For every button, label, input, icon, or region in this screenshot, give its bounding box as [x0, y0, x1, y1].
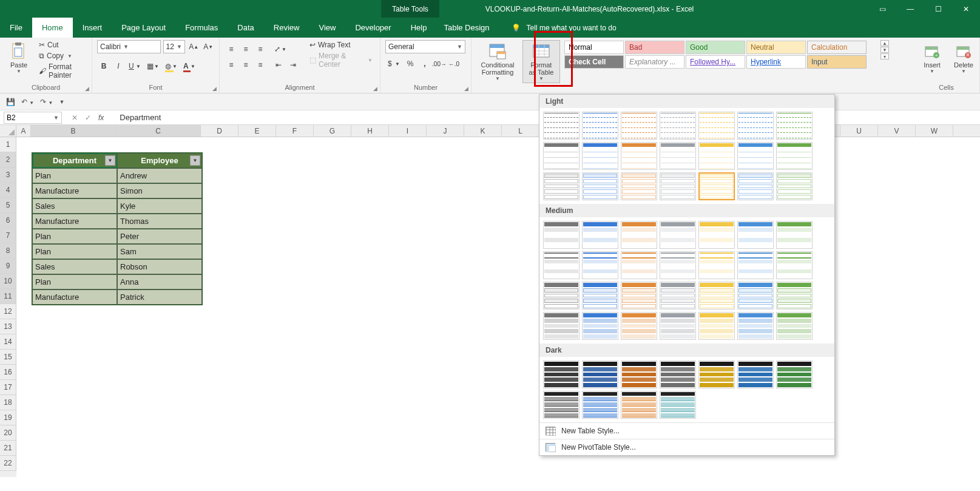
name-box[interactable]: B2▼: [4, 112, 62, 124]
table-style-swatch[interactable]: [660, 172, 696, 200]
column-header-F[interactable]: F: [276, 125, 314, 137]
row-header-22[interactable]: 22: [0, 456, 16, 471]
row-header-4[interactable]: 4: [0, 183, 16, 198]
table-style-swatch[interactable]: [698, 112, 735, 140]
column-header-B[interactable]: B: [31, 125, 116, 137]
table-style-swatch[interactable]: [698, 251, 735, 279]
row-header-20[interactable]: 20: [0, 425, 16, 441]
table-style-swatch[interactable]: [582, 112, 618, 140]
column-header-V[interactable]: V: [878, 125, 916, 137]
table-style-swatch[interactable]: [776, 361, 813, 388]
table-cell[interactable]: Sam: [117, 244, 202, 259]
align-left-button[interactable]: ≡: [225, 58, 238, 72]
tab-home[interactable]: Home: [32, 18, 73, 38]
select-all-button[interactable]: [0, 125, 16, 137]
ribbon-collapse-button[interactable]: ▭: [868, 0, 896, 18]
table-style-swatch[interactable]: [582, 361, 618, 388]
table-cell[interactable]: Plan: [32, 229, 117, 244]
decrease-font-button[interactable]: A▼: [202, 40, 214, 53]
table-style-swatch[interactable]: [737, 361, 774, 388]
table-style-swatch[interactable]: [543, 312, 580, 340]
table-cell[interactable]: Simon: [117, 183, 202, 198]
column-header-H[interactable]: H: [351, 125, 389, 137]
table-style-swatch[interactable]: [737, 251, 774, 279]
number-dialog-launcher[interactable]: ◢: [464, 86, 468, 92]
row-header-2[interactable]: 2: [0, 152, 16, 168]
cell-style-input[interactable]: Input: [807, 55, 867, 69]
table-style-swatch[interactable]: [621, 221, 657, 249]
tab-help[interactable]: Help: [401, 18, 437, 38]
table-style-swatch[interactable]: [543, 282, 580, 310]
cell-style-neutral[interactable]: Neutral: [746, 41, 806, 54]
cell-style-check-cell[interactable]: Check Cell: [564, 55, 624, 69]
table-style-swatch[interactable]: [776, 282, 813, 310]
tab-table-design[interactable]: Table Design: [434, 18, 499, 38]
row-header-12[interactable]: 12: [0, 304, 16, 319]
table-cell[interactable]: Sales: [32, 259, 117, 274]
cell-style-bad[interactable]: Bad: [625, 41, 684, 54]
tab-page-layout[interactable]: Page Layout: [112, 18, 175, 38]
table-style-swatch[interactable]: [737, 112, 774, 140]
font-size-combo[interactable]: 12▼: [163, 40, 186, 53]
table-cell[interactable]: Sales: [32, 198, 117, 214]
tab-data[interactable]: Data: [228, 18, 263, 38]
font-dialog-launcher[interactable]: ◢: [212, 86, 217, 92]
table-style-swatch[interactable]: [621, 312, 657, 340]
row-header-9[interactable]: 9: [0, 259, 16, 274]
tab-review[interactable]: Review: [264, 18, 309, 38]
align-center-button[interactable]: ≡: [239, 58, 252, 72]
table-header-department[interactable]: Department▼: [32, 153, 117, 168]
table-cell[interactable]: Patrick: [117, 290, 202, 305]
format-as-table-button[interactable]: Format as Table▼: [522, 40, 560, 83]
new-pivottable-style-button[interactable]: New PivotTable Style...: [539, 439, 834, 455]
column-header-G[interactable]: G: [314, 125, 351, 137]
conditional-formatting-button[interactable]: Conditional Formatting▼: [476, 40, 519, 83]
wrap-text-button[interactable]: ↩Wrap Text: [307, 40, 375, 50]
table-cell[interactable]: Manufacture: [32, 183, 117, 198]
table-style-swatch[interactable]: [776, 221, 813, 249]
table-cell[interactable]: Thomas: [117, 214, 202, 229]
row-header-6[interactable]: 6: [0, 213, 16, 228]
table-style-swatch[interactable]: [737, 282, 774, 310]
table-style-swatch[interactable]: [698, 172, 735, 200]
row-header-10[interactable]: 10: [0, 274, 16, 289]
row-header-13[interactable]: 13: [0, 319, 16, 334]
row-header-7[interactable]: 7: [0, 228, 16, 243]
save-qat-button[interactable]: 💾: [6, 98, 15, 106]
row-header-11[interactable]: 11: [0, 289, 16, 304]
table-header-employee[interactable]: Employee▼: [117, 153, 202, 168]
font-name-combo[interactable]: Calibri▼: [97, 40, 161, 53]
italic-button[interactable]: I: [112, 59, 125, 73]
table-style-swatch[interactable]: [776, 312, 813, 340]
table-style-swatch[interactable]: [582, 312, 618, 340]
redo-qat-button[interactable]: ↷ ▼: [40, 98, 53, 106]
cell-style-hyperlink[interactable]: Hyperlink: [746, 55, 806, 69]
table-style-swatch[interactable]: [737, 142, 774, 170]
decrease-indent-button[interactable]: ⇤: [272, 58, 285, 72]
table-style-swatch[interactable]: [776, 251, 813, 279]
table-style-swatch[interactable]: [621, 282, 657, 310]
tab-view[interactable]: View: [309, 18, 345, 38]
row-header-5[interactable]: 5: [0, 198, 16, 213]
table-style-swatch[interactable]: [737, 312, 774, 340]
table-style-swatch[interactable]: [621, 361, 657, 388]
table-style-swatch[interactable]: [543, 221, 580, 249]
table-style-swatch[interactable]: [582, 391, 618, 419]
row-header-17[interactable]: 17: [0, 380, 16, 395]
align-middle-button[interactable]: ≡: [239, 42, 252, 56]
minimize-button[interactable]: —: [896, 0, 924, 18]
table-style-swatch[interactable]: [543, 251, 580, 279]
table-cell[interactable]: Andrew: [117, 168, 202, 183]
tab-developer[interactable]: Developer: [345, 18, 400, 38]
row-header-21[interactable]: 21: [0, 441, 16, 456]
copy-button[interactable]: ⧉Copy▼: [36, 51, 87, 61]
table-style-swatch[interactable]: [621, 142, 657, 170]
delete-cells-button[interactable]: × Delete▼: [950, 40, 978, 76]
cell-style-calculation[interactable]: Calculation: [807, 41, 867, 54]
cut-button[interactable]: ✂Cut: [36, 40, 87, 50]
column-header-A[interactable]: A: [16, 125, 31, 137]
row-header-3[interactable]: 3: [0, 168, 16, 183]
table-style-swatch[interactable]: [621, 391, 657, 419]
column-header-E[interactable]: E: [238, 125, 276, 137]
align-bottom-button[interactable]: ≡: [254, 42, 267, 56]
